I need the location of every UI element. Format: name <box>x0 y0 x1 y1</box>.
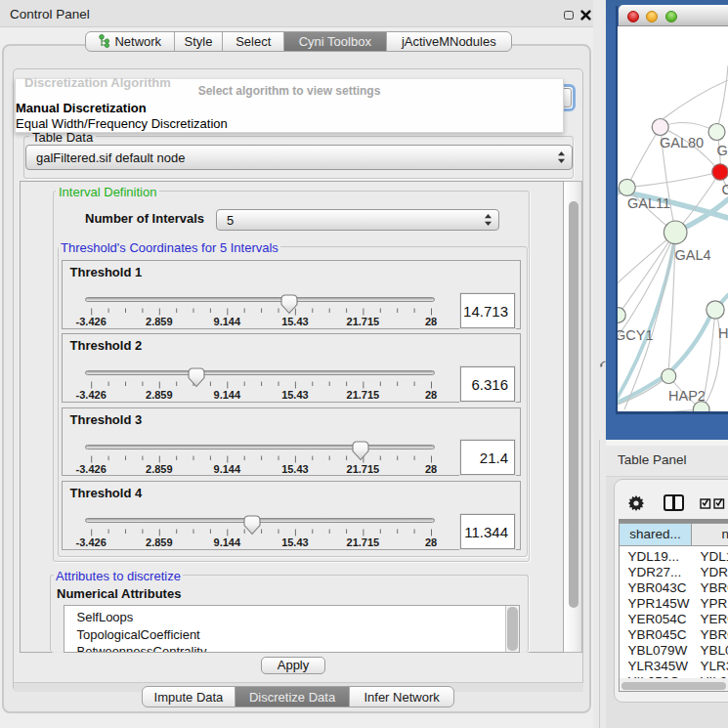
svg-text:GCY1: GCY1 <box>617 327 654 343</box>
svg-text:C: C <box>722 182 728 197</box>
svg-text:GAL4: GAL4 <box>675 247 711 263</box>
svg-text:H: H <box>718 325 728 341</box>
svg-text:GA: GA <box>717 143 728 158</box>
svg-text:GAL80: GAL80 <box>660 135 704 150</box>
svg-text:HAP2: HAP2 <box>668 388 706 404</box>
svg-text:GAL11: GAL11 <box>627 195 670 211</box>
